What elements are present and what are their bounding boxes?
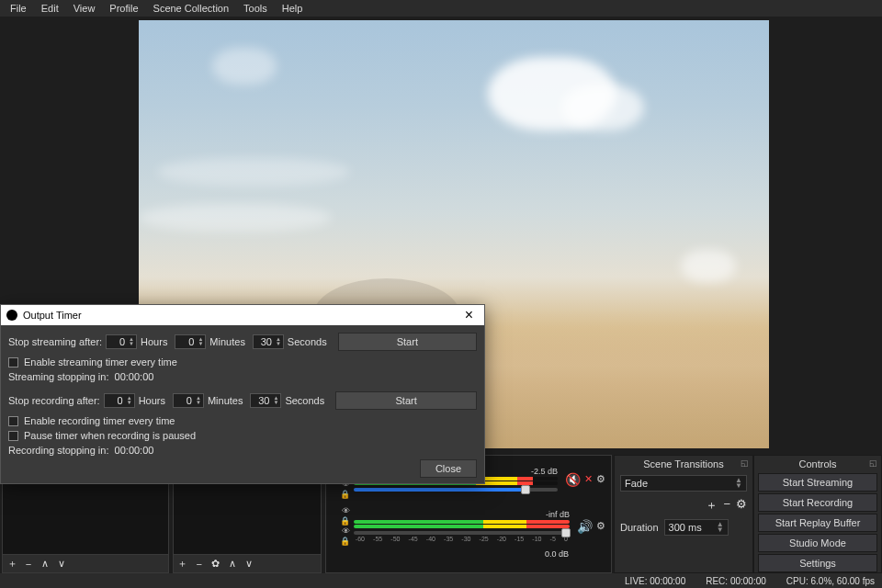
streaming-hours-spinner[interactable]: 0▲▼ (106, 334, 137, 349)
streaming-minutes-spinner[interactable]: 0▲▼ (175, 334, 206, 349)
start-streaming-timer-button[interactable]: Start (338, 333, 477, 351)
menu-scene-collection[interactable]: Scene Collection (147, 1, 236, 16)
channel-2-slider[interactable] (354, 531, 570, 535)
menu-profile[interactable]: Profile (103, 1, 144, 16)
source-down-icon[interactable]: ∨ (243, 559, 254, 570)
seconds-label: Seconds (288, 336, 331, 347)
minutes-label: Minutes (208, 395, 247, 406)
recording-stopping-row: Recording stopping in: 00:00:00 (8, 445, 477, 456)
add-transition-icon[interactable]: ＋ (706, 497, 718, 514)
checkbox-icon[interactable] (8, 431, 18, 441)
channel-2-meter-r (354, 525, 570, 528)
controls-panel: Controls◱ Start Streaming Start Recordin… (753, 455, 882, 573)
start-recording-timer-button[interactable]: Start (335, 391, 477, 410)
start-streaming-button[interactable]: Start Streaming (758, 473, 877, 492)
add-source-icon[interactable]: ＋ (177, 559, 188, 570)
streaming-stopping-row: Streaming stopping in: 00:00:00 (8, 371, 477, 382)
channel-2-meter (354, 520, 570, 524)
remove-scene-icon[interactable]: − (23, 559, 34, 570)
minutes-label: Minutes (209, 336, 249, 347)
channel-2-db: -inf dB (354, 510, 570, 519)
studio-mode-button[interactable]: Studio Mode (758, 534, 877, 552)
hours-label: Hours (141, 336, 171, 347)
recording-hours-spinner[interactable]: 0▲▼ (104, 393, 135, 408)
enable-streaming-timer-label: Enable streaming timer every time (24, 356, 177, 368)
streaming-countdown: 00:00:00 (115, 371, 154, 382)
transition-settings-icon[interactable]: ⚙ (736, 497, 747, 514)
enable-streaming-timer-row[interactable]: Enable streaming timer every time (8, 356, 477, 368)
streaming-seconds-spinner[interactable]: 30▲▼ (253, 334, 284, 349)
start-recording-button[interactable]: Start Recording (758, 493, 877, 512)
menu-tools[interactable]: Tools (237, 1, 274, 16)
close-icon[interactable]: × (459, 307, 479, 323)
menu-file[interactable]: File (4, 1, 33, 16)
mute-icon[interactable]: 🔇 (565, 472, 581, 487)
scene-up-icon[interactable]: ∧ (40, 559, 51, 570)
settings-button[interactable]: Settings (758, 554, 877, 572)
dialog-title-text: Output Timer (23, 310, 82, 321)
source-props-icon[interactable]: ✿ (210, 559, 221, 570)
channel-1-slider[interactable] (354, 488, 558, 492)
status-cpu: CPU: 6.0%, 60.00 fps (786, 576, 875, 586)
scene-down-icon[interactable]: ∨ (56, 559, 67, 570)
gear-icon[interactable]: ⚙ (596, 473, 605, 485)
mute-x-icon: ✕ (584, 473, 593, 485)
transition-select[interactable]: Fade▲▼ (620, 475, 747, 492)
menu-edit[interactable]: Edit (35, 1, 65, 16)
stop-streaming-row: Stop streaming after: 0▲▼ Hours 0▲▼ Minu… (8, 333, 477, 351)
dialog-titlebar[interactable]: Output Timer × (1, 305, 484, 325)
recording-minutes-spinner[interactable]: 0▲▼ (173, 393, 204, 408)
checkbox-icon[interactable] (8, 357, 18, 368)
stop-streaming-label: Stop streaming after: (8, 336, 102, 347)
scenes-toolbar: ＋ − ∧ ∨ (3, 554, 168, 572)
lock-icon[interactable]: 🔒 (340, 516, 350, 526)
transitions-title: Scene Transitions◱ (615, 456, 752, 472)
status-bar: LIVE: 00:00:00 REC: 00:00:00 CPU: 6.0%, … (0, 573, 882, 588)
scene-transitions-panel: Scene Transitions◱ Fade▲▼ ＋ − ⚙ Duration… (614, 455, 753, 573)
status-rec: REC: 00:00:00 (706, 576, 766, 586)
status-live: LIVE: 00:00:00 (625, 576, 685, 586)
recording-countdown: 00:00:00 (115, 445, 154, 456)
menu-help[interactable]: Help (276, 1, 310, 16)
output-timer-dialog: Output Timer × Stop streaming after: 0▲▼… (0, 304, 485, 484)
add-scene-icon[interactable]: ＋ (6, 559, 17, 570)
menu-view[interactable]: View (67, 1, 102, 16)
sources-toolbar: ＋ − ✿ ∧ ∨ (174, 554, 321, 572)
stop-recording-label: Stop recording after: (8, 395, 100, 406)
popout-icon[interactable]: ◱ (741, 458, 749, 468)
remove-source-icon[interactable]: − (194, 559, 205, 570)
duration-spinner[interactable]: 300 ms▲▼ (664, 519, 729, 536)
gear-icon[interactable]: ⚙ (596, 520, 605, 532)
hours-label: Hours (139, 395, 169, 406)
eye-icon[interactable]: 👁 (342, 506, 350, 515)
menu-bar: File Edit View Profile Scene Collection … (0, 0, 882, 17)
enable-recording-timer-row[interactable]: Enable recording timer every time (8, 415, 477, 426)
recording-seconds-spinner[interactable]: 30▲▼ (250, 393, 281, 408)
start-replay-buffer-button[interactable]: Start Replay Buffer (758, 514, 877, 532)
lock-icon[interactable]: 🔒 (340, 537, 350, 546)
eye-icon[interactable]: 👁 (342, 526, 350, 536)
meter-scale: -60-55-50-45-40-35-30-25-20-15-10-50 (354, 536, 570, 542)
seconds-label: Seconds (285, 395, 328, 406)
controls-title: Controls◱ (754, 456, 881, 472)
popout-icon[interactable]: ◱ (869, 458, 877, 468)
stop-recording-row: Stop recording after: 0▲▼ Hours 0▲▼ Minu… (8, 391, 477, 410)
checkbox-icon[interactable] (8, 416, 18, 426)
source-up-icon[interactable]: ∧ (227, 559, 238, 570)
pause-timer-label: Pause timer when recording is paused (24, 430, 196, 441)
close-button[interactable]: Close (420, 459, 477, 478)
duration-label: Duration (620, 522, 659, 533)
pause-timer-row[interactable]: Pause timer when recording is paused (8, 430, 477, 441)
speaker-icon[interactable]: 🔊 (577, 519, 593, 534)
enable-recording-timer-label: Enable recording timer every time (24, 415, 175, 426)
remove-transition-icon[interactable]: − (723, 497, 730, 514)
lock-icon[interactable]: 🔒 (340, 490, 350, 499)
mixer-channel-2: 👁 🔒 👁 🔒 -inf dB (332, 506, 605, 546)
mixer-footer-db: 0.0 dB (332, 549, 569, 559)
app-icon (6, 310, 17, 321)
